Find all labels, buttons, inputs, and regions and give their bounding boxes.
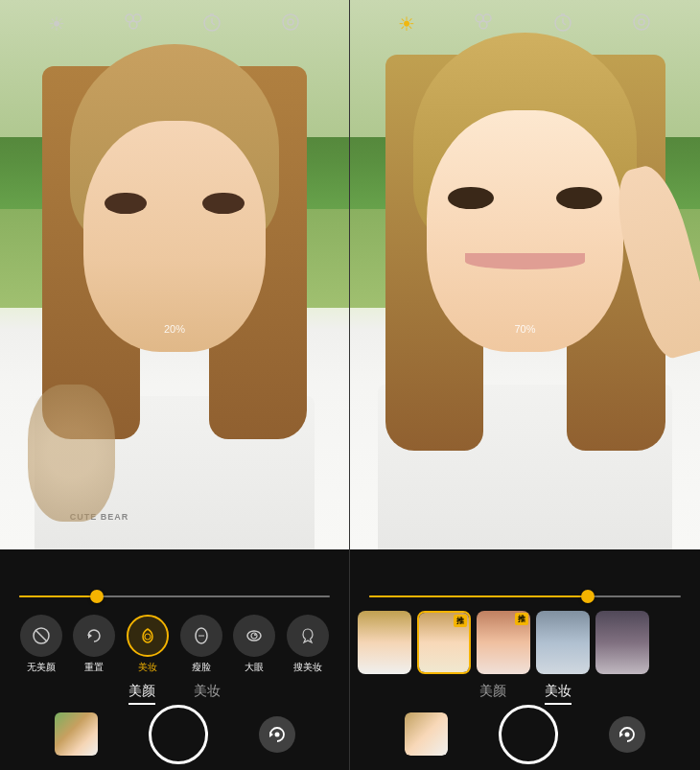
- right-camera-bg: [350, 0, 700, 549]
- svg-line-5: [212, 23, 215, 25]
- right-gallery-thumbnail[interactable]: [405, 712, 448, 756]
- tool-slim-face[interactable]: 瘦脸: [180, 615, 222, 674]
- svg-point-22: [479, 21, 487, 29]
- left-bottom-controls: [0, 708, 349, 760]
- right-tabs: 美颜 美妆: [350, 683, 700, 705]
- right-tab-makeup[interactable]: 美妆: [545, 683, 572, 705]
- right-flip-camera-button[interactable]: [609, 716, 645, 753]
- style-badge-1: 推: [454, 615, 467, 627]
- left-settings-icon[interactable]: [280, 12, 301, 37]
- style-badge-2: 推: [515, 613, 528, 625]
- left-panel: CUTE BEAR ☀: [0, 0, 350, 770]
- right-brightness-icon[interactable]: ☀: [398, 12, 415, 35]
- left-top-bar: ☀: [0, 0, 349, 48]
- left-beauty-icon[interactable]: [123, 12, 144, 37]
- right-settings-icon[interactable]: [631, 12, 652, 37]
- svg-point-16: [251, 633, 257, 639]
- style-thumb-original[interactable]: [358, 611, 411, 674]
- svg-point-8: [288, 19, 293, 25]
- right-beauty-icon[interactable]: [473, 12, 494, 37]
- tool-big-eyes[interactable]: 大眼: [233, 615, 275, 674]
- right-shutter-button[interactable]: [499, 705, 558, 764]
- left-tab-beauty[interactable]: 美颜: [128, 683, 155, 705]
- right-panel: ☀ 70%: [350, 0, 700, 770]
- right-slider[interactable]: [369, 595, 681, 597]
- svg-point-7: [283, 14, 298, 30]
- right-tab-beauty[interactable]: 美颜: [479, 683, 506, 705]
- svg-point-19: [274, 732, 279, 736]
- style-thumb-4[interactable]: [595, 611, 649, 674]
- svg-line-10: [35, 630, 47, 642]
- svg-point-30: [625, 732, 630, 736]
- right-viewfinder: [350, 0, 700, 549]
- right-bottom-controls: [350, 708, 700, 760]
- right-top-bar: ☀: [350, 0, 700, 48]
- svg-point-27: [634, 14, 649, 30]
- style-thumb-3[interactable]: [536, 611, 590, 674]
- tool-reset[interactable]: 重置: [73, 615, 115, 674]
- right-timer-icon[interactable]: [552, 12, 573, 37]
- svg-line-25: [563, 23, 566, 25]
- right-style-thumbs: 推 推: [350, 611, 700, 674]
- left-slider[interactable]: [19, 595, 330, 597]
- left-tab-makeup[interactable]: 美妆: [194, 683, 221, 705]
- left-shutter-button[interactable]: [149, 705, 208, 764]
- svg-marker-11: [88, 633, 92, 639]
- svg-point-28: [639, 19, 644, 25]
- left-brightness-icon[interactable]: ☀: [48, 12, 65, 35]
- svg-point-17: [254, 634, 256, 636]
- style-thumb-1[interactable]: 推: [417, 611, 471, 674]
- left-timer-icon[interactable]: [201, 12, 222, 37]
- tool-no-beauty[interactable]: 无美颜: [20, 615, 62, 674]
- svg-point-12: [145, 634, 151, 640]
- left-percentage: 20%: [164, 323, 185, 335]
- tool-beauty-active[interactable]: 美妆: [127, 615, 169, 674]
- right-percentage: 70%: [514, 323, 535, 335]
- svg-point-2: [129, 21, 137, 29]
- left-viewfinder: CUTE BEAR: [0, 0, 349, 549]
- tool-search-beauty[interactable]: 搜美妆: [287, 615, 329, 674]
- left-flip-camera-button[interactable]: [259, 716, 295, 753]
- left-tabs: 美颜 美妆: [0, 683, 349, 705]
- left-beauty-tools: 无美颜 重置 美妆: [0, 615, 349, 674]
- left-camera-bg: CUTE BEAR: [0, 0, 349, 549]
- left-gallery-thumbnail[interactable]: [55, 712, 98, 756]
- style-thumb-2[interactable]: 推: [477, 611, 530, 674]
